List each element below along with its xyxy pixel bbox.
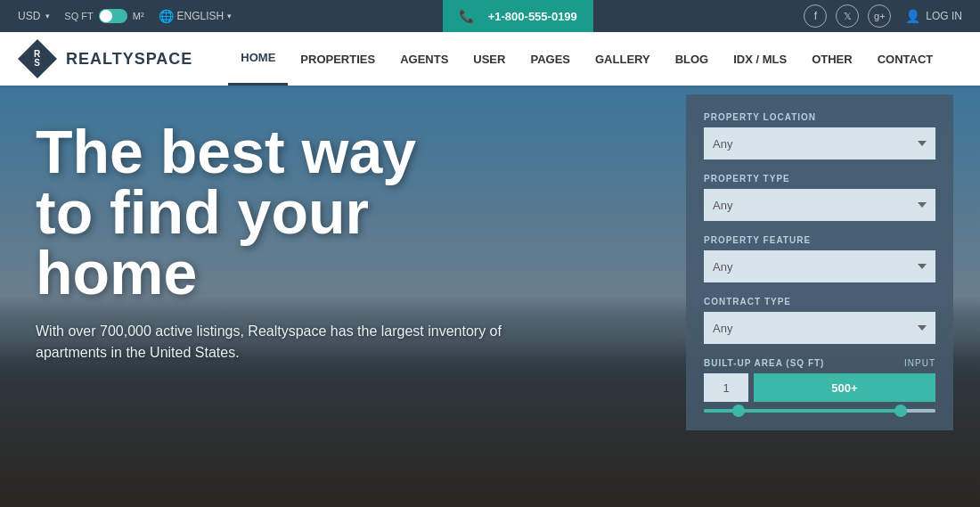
- twitter-icon[interactable]: 𝕏: [836, 4, 859, 28]
- nav-other[interactable]: OTHER: [799, 32, 865, 86]
- range-slider-container: [704, 409, 935, 413]
- range-slider-track: [704, 409, 935, 413]
- nav-gallery[interactable]: GALLERY: [583, 32, 663, 86]
- hero-subtitle: With over 700,000 active listings, Realt…: [36, 321, 517, 364]
- unit-switch[interactable]: [99, 9, 127, 23]
- nav-idxmls[interactable]: IDX / MLS: [721, 32, 799, 86]
- globe-icon: 🌐: [159, 9, 174, 23]
- currency-label: USD: [18, 10, 40, 22]
- lang-down-icon: ▾: [227, 12, 232, 20]
- phone-number: +1-800-555-0199: [488, 10, 577, 23]
- logo-diamond: RS: [18, 39, 57, 78]
- logo-letters: RS: [34, 50, 41, 68]
- facebook-icon[interactable]: f: [804, 4, 827, 28]
- nav-menu: HOME PROPERTIES AGENTS USER PAGES GALLER…: [228, 32, 962, 86]
- logo-name: REALTYSPACE: [66, 50, 192, 69]
- nav-contact[interactable]: CONTACT: [865, 32, 946, 86]
- navbar: RS REALTYSPACE HOME PROPERTIES AGENTS US…: [0, 32, 980, 86]
- feature-select[interactable]: Any: [704, 250, 935, 282]
- input-label: INPUT: [904, 358, 935, 368]
- type-select[interactable]: Any: [704, 189, 935, 221]
- googleplus-icon[interactable]: g+: [868, 4, 891, 28]
- phone-bar: 📞 +1-800-555-0199: [443, 0, 593, 32]
- nav-agents[interactable]: AGENTS: [388, 32, 461, 86]
- nav-home[interactable]: HOME: [228, 32, 288, 86]
- unit-toggle[interactable]: SQ FT M²: [64, 9, 143, 23]
- top-bar: USD ▾ SQ FT M² 🌐 ENGLISH ▾ 📞 +1-800-555-…: [0, 0, 980, 32]
- location-field-group: PROPERTY LOCATION Any: [704, 112, 935, 159]
- builtup-section: BUILT-UP AREA (SQ FT) INPUT: [704, 358, 935, 413]
- search-panel: PROPERTY LOCATION Any PROPERTY TYPE Any …: [686, 94, 953, 430]
- contract-select[interactable]: Any: [704, 312, 935, 344]
- range-inputs: [704, 373, 935, 402]
- sqft-label: SQ FT: [64, 11, 93, 21]
- hero-section: The best way to find your home With over…: [0, 86, 980, 507]
- slider-max-thumb[interactable]: [894, 405, 907, 417]
- type-label: PROPERTY TYPE: [704, 174, 935, 184]
- phone-icon: 📞: [459, 9, 474, 23]
- location-select[interactable]: Any: [704, 127, 935, 159]
- hero-content: The best way to find your home With over…: [0, 86, 517, 364]
- currency-toggle[interactable]: USD ▾: [18, 10, 50, 22]
- language-toggle[interactable]: 🌐 ENGLISH ▾: [159, 9, 233, 23]
- hero-title-line2: to find your: [36, 178, 369, 246]
- range-min-input[interactable]: [704, 373, 748, 402]
- contract-label: CONTRACT TYPE: [704, 297, 935, 307]
- language-label: ENGLISH: [177, 10, 225, 22]
- feature-label: PROPERTY FEATURE: [704, 235, 935, 245]
- slider-min-thumb[interactable]: [732, 405, 745, 417]
- login-label: LOG IN: [926, 10, 962, 22]
- contract-field-group: CONTRACT TYPE Any: [704, 297, 935, 344]
- location-label: PROPERTY LOCATION: [704, 112, 935, 122]
- logo-area: RS REALTYSPACE: [18, 39, 192, 78]
- top-bar-right: f 𝕏 g+ 👤 LOG IN: [804, 4, 962, 28]
- user-icon: 👤: [905, 9, 920, 23]
- nav-properties[interactable]: PROPERTIES: [288, 32, 388, 86]
- social-icons: f 𝕏 g+: [804, 4, 891, 28]
- nav-pages[interactable]: PAGES: [518, 32, 583, 86]
- login-button[interactable]: 👤 LOG IN: [905, 9, 962, 23]
- toggle-knob: [100, 10, 112, 22]
- type-field-group: PROPERTY TYPE Any: [704, 174, 935, 221]
- top-bar-left: USD ▾ SQ FT M² 🌐 ENGLISH ▾: [18, 9, 232, 23]
- nav-user[interactable]: USER: [461, 32, 518, 86]
- hero-title: The best way to find your home: [36, 121, 517, 303]
- builtup-label: BUILT-UP AREA (SQ FT): [704, 358, 824, 368]
- builtup-row: BUILT-UP AREA (SQ FT) INPUT: [704, 358, 935, 368]
- hero-title-line3: home: [36, 239, 197, 307]
- currency-down-icon: ▾: [45, 12, 50, 20]
- nav-blog[interactable]: BLOG: [663, 32, 722, 86]
- range-max-input[interactable]: [754, 373, 935, 402]
- m2-label: M²: [133, 11, 144, 21]
- hero-title-line1: The best way: [36, 118, 416, 185]
- feature-field-group: PROPERTY FEATURE Any: [704, 235, 935, 282]
